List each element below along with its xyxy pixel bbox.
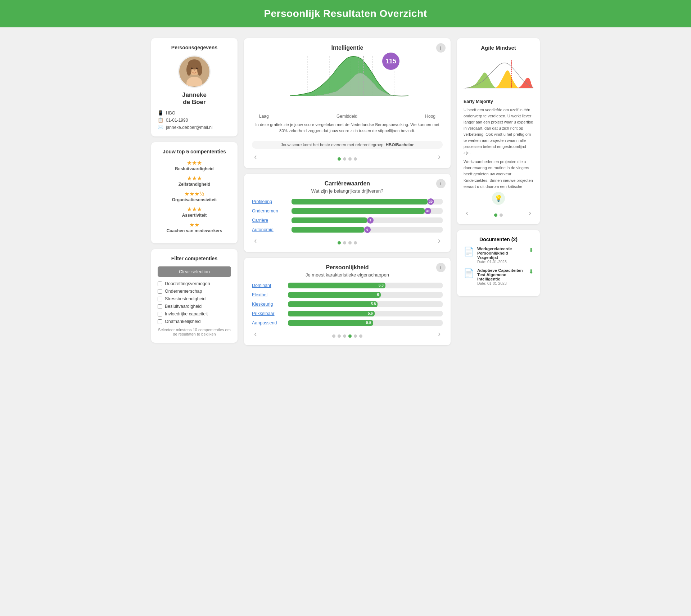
filter-list-item: Ondernemerschap xyxy=(158,289,231,294)
intelligence-next-button[interactable]: › xyxy=(436,152,443,162)
filter-checkbox[interactable] xyxy=(158,304,162,309)
personality-bar-track: 5.6 xyxy=(288,311,443,316)
filter-checkbox[interactable] xyxy=(158,319,162,324)
intelligence-info-button[interactable]: i xyxy=(436,43,446,53)
document-item: 📄 Werkgerelateerde Persoonlijkheid Vrage… xyxy=(464,247,533,264)
personality-info-button[interactable]: i xyxy=(436,263,446,272)
career-subtitle: Wat zijn je belangrijkste drijfveren? xyxy=(252,188,443,194)
personality-bar-fill: 6 xyxy=(288,292,381,298)
intelligence-prev-button[interactable]: ‹ xyxy=(252,152,259,162)
person-dob: 01-01-1990 xyxy=(166,118,188,123)
pers-dot-4 xyxy=(348,334,352,338)
career-bar-label[interactable]: Profilering xyxy=(252,199,288,204)
comp-label: Organisatiesensiviteit xyxy=(158,197,231,202)
intelligence-reference: Jouw score komt het beste overeen met re… xyxy=(252,141,443,149)
personality-bar-label[interactable]: Aanpassend xyxy=(252,320,284,325)
personality-bar-label[interactable]: Flexibel xyxy=(252,292,284,297)
career-bar-row: Profilering 30 xyxy=(252,199,443,204)
person-card: Persoonsgegevens xyxy=(151,38,238,136)
career-info-button[interactable]: i xyxy=(436,179,446,188)
agile-dot-1 xyxy=(494,213,497,217)
agile-carousel-nav: ‹ › xyxy=(464,208,533,218)
filter-checkbox[interactable] xyxy=(158,312,162,316)
label-laag: Laag xyxy=(259,114,269,119)
stars: ★★★½ xyxy=(158,190,231,197)
personality-title: Persoonlijkheid xyxy=(252,264,443,271)
agile-segment: Early Majority xyxy=(464,99,533,104)
career-bar-label[interactable]: Ondernemen xyxy=(252,208,288,213)
person-education: HBO xyxy=(166,111,175,116)
filter-item-label: Invloedrijke capaciteit xyxy=(165,311,208,316)
document-download-button[interactable]: ⬇ xyxy=(529,247,533,253)
career-bar-label[interactable]: Carrière xyxy=(252,218,288,223)
document-info: Adaptieve Capaciteiten Test Algemene Int… xyxy=(477,268,526,285)
svg-point-6 xyxy=(197,64,202,76)
career-bar-row: Carrière 9 xyxy=(252,217,443,223)
filter-checkbox[interactable] xyxy=(158,282,162,286)
personality-subtitle: Je meest karakteristieke eigenschappen xyxy=(252,272,443,278)
dob-icon: 📋 xyxy=(158,117,163,123)
person-dob-row: 📋 01-01-1990 xyxy=(158,117,231,123)
stars: ★★★ xyxy=(158,175,231,182)
personality-bar-label[interactable]: Dominant xyxy=(252,283,284,288)
career-bar-track: 30 xyxy=(292,208,443,214)
personality-prev-button[interactable]: ‹ xyxy=(252,329,259,339)
filter-item-label: Onafhankelijkheid xyxy=(165,319,200,324)
personality-bar-fill: 5.6 xyxy=(288,311,375,316)
filter-item-label: Ondernemerschap xyxy=(165,289,202,294)
person-email: janneke.deboer@mail.nl xyxy=(166,125,213,130)
email-icon: ✉️ xyxy=(158,125,163,130)
filter-card: Filter competenties Clear selection Door… xyxy=(151,249,238,343)
chart-labels: Laag Gemiddeld Hoog xyxy=(252,114,443,119)
documents-card: Documenten (2) 📄 Werkgerelateerde Persoo… xyxy=(457,230,540,296)
agile-chart-svg xyxy=(464,54,533,94)
comp-label: Assertiviteit xyxy=(158,213,231,218)
personality-bar-fill: 5.5 xyxy=(288,320,373,326)
career-bar-track: 9 xyxy=(292,227,443,233)
filter-item-label: Besluitvaardigheid xyxy=(165,304,202,309)
personality-bar-row: Flexibel 6 xyxy=(252,292,443,298)
person-card-title: Persoonsgegevens xyxy=(158,45,231,50)
stars: ★★★ xyxy=(158,159,231,166)
career-card: Carrièrewaarden Wat zijn je belangrijkst… xyxy=(244,174,451,252)
intelligence-dots xyxy=(338,157,357,161)
pers-dot-1 xyxy=(332,334,335,338)
filter-checkbox[interactable] xyxy=(158,297,162,301)
career-dot-4 xyxy=(354,241,357,244)
personality-next-button[interactable]: › xyxy=(436,329,443,339)
top5-item: ★★Coachen van medewerkers xyxy=(158,221,231,233)
intelligence-description: In deze grafiek zie je jouw score vergel… xyxy=(252,122,443,134)
page-title: Persoonlijk Resultaten Overzicht xyxy=(264,8,427,19)
comp-label: Besluitvaardigheid xyxy=(158,166,231,171)
personality-bar-label[interactable]: Prikkelbaar xyxy=(252,311,284,316)
comp-label: Zelfstandigheid xyxy=(158,182,231,187)
career-prev-button[interactable]: ‹ xyxy=(252,236,259,246)
agile-prev-button[interactable]: ‹ xyxy=(464,208,470,218)
filter-checkbox[interactable] xyxy=(158,289,162,294)
career-dot-3 xyxy=(348,241,352,244)
clear-selection-button[interactable]: Clear selection xyxy=(158,266,231,277)
career-bar-label[interactable]: Autonomie xyxy=(252,227,288,232)
agile-bulb-button[interactable]: 💡 xyxy=(492,192,505,205)
documents-title: Documenten (2) xyxy=(464,237,533,242)
career-bar-fill: 9 xyxy=(292,227,364,233)
personality-bar-label[interactable]: Kieskeurig xyxy=(252,302,284,307)
main-container: Persoonsgegevens xyxy=(130,27,561,356)
top5-title: Jouw top 5 compententies xyxy=(158,149,231,154)
personality-bar-fill: 6.3 xyxy=(288,283,385,288)
personality-bar-fill: 5.8 xyxy=(288,301,378,307)
agile-title: Agile Mindset xyxy=(464,45,533,51)
agile-dots xyxy=(494,213,503,217)
filter-title: Filter competenties xyxy=(158,256,231,261)
agile-next-button[interactable]: › xyxy=(527,208,533,218)
career-bar-value: 30 xyxy=(428,198,434,205)
document-download-button[interactable]: ⬇ xyxy=(529,268,533,275)
career-next-button[interactable]: › xyxy=(436,236,443,246)
bell-curve-svg xyxy=(252,53,443,103)
bulb-icon: 💡 xyxy=(494,194,502,202)
svg-point-8 xyxy=(196,68,198,69)
career-bar-fill: 30 xyxy=(292,199,428,204)
avatar xyxy=(178,55,211,88)
career-bar-value: 9 xyxy=(364,226,371,233)
personality-bar-value: 5.6 xyxy=(368,311,373,315)
